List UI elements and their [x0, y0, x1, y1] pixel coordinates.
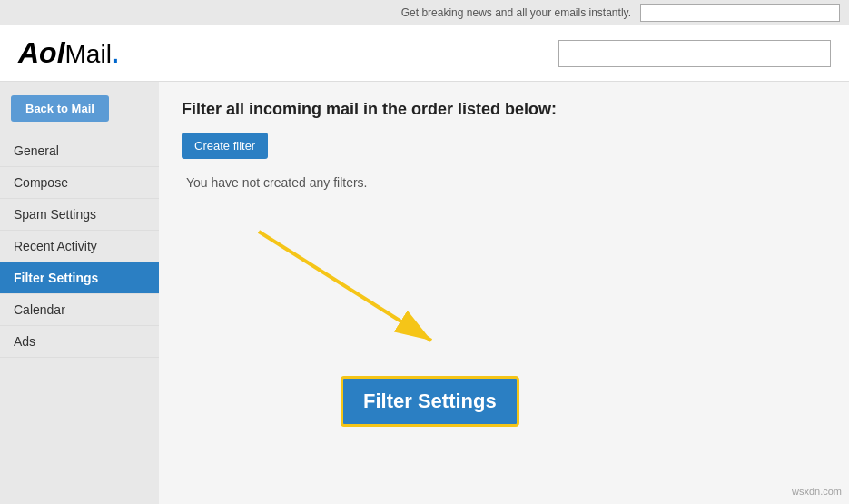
svg-line-1	[259, 232, 431, 341]
header: Aol Mail .	[0, 25, 849, 82]
banner-input[interactable]	[640, 4, 840, 22]
sidebar-item-recent-activity[interactable]: Recent Activity	[0, 231, 159, 262]
logo: Aol Mail .	[18, 36, 119, 70]
header-search[interactable]	[558, 40, 831, 67]
sidebar-item-general[interactable]: General	[0, 135, 159, 167]
filter-settings-callout: Filter Settings	[341, 376, 519, 427]
annotation-arrow	[250, 222, 459, 368]
sidebar-item-compose[interactable]: Compose	[0, 167, 159, 199]
sidebar: Back to Mail General Compose Spam Settin…	[0, 82, 159, 504]
sidebar-item-calendar[interactable]: Calendar	[0, 294, 159, 326]
sidebar-nav: General Compose Spam Settings Recent Act…	[0, 135, 159, 358]
logo-mail: Mail	[65, 40, 112, 69]
logo-dot: .	[112, 40, 119, 69]
back-to-mail-button[interactable]: Back to Mail	[11, 95, 109, 122]
sidebar-item-spam-settings[interactable]: Spam Settings	[0, 199, 159, 231]
sidebar-item-filter-settings[interactable]: Filter Settings	[0, 262, 159, 294]
logo-aol: Aol	[18, 36, 65, 70]
create-filter-button[interactable]: Create filter	[182, 133, 268, 159]
top-banner: Get breaking news and all your emails in…	[0, 0, 849, 25]
banner-text: Get breaking news and all your emails in…	[401, 6, 631, 19]
page-title: Filter all incoming mail in the order li…	[182, 100, 826, 119]
sidebar-item-ads[interactable]: Ads	[0, 326, 159, 358]
content-area: Filter all incoming mail in the order li…	[159, 82, 849, 504]
main-layout: Back to Mail General Compose Spam Settin…	[0, 82, 849, 504]
watermark: wsxdn.com	[792, 486, 842, 497]
no-filters-message: You have not created any filters.	[186, 175, 826, 190]
